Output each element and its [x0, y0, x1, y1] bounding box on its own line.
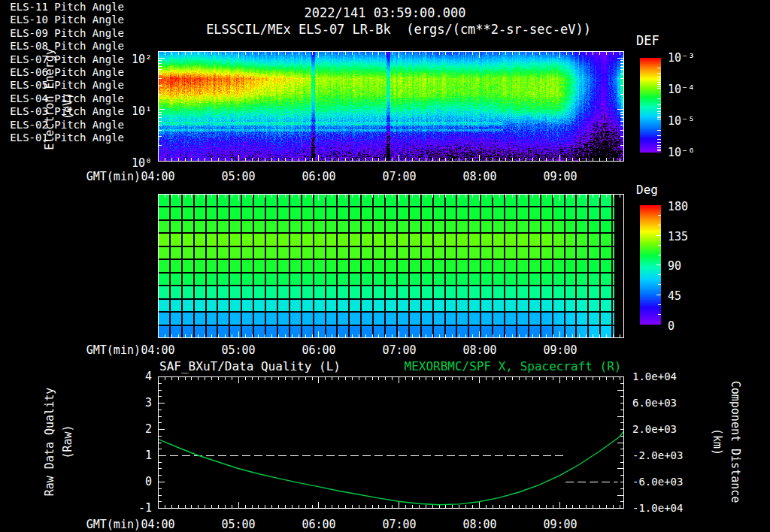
time-tick-label: 09:00 — [543, 343, 578, 357]
gmt-axis-label-middle: GMT(min) — [68, 343, 141, 357]
time-tick-label: 07:00 — [382, 518, 417, 531]
def-colorbar-ticks: 10⁻³10⁻⁴10⁻⁵10⁻⁶ — [668, 42, 720, 168]
time-tick-label: 06:00 — [302, 518, 336, 531]
energy-axis-unit: (eV) — [61, 92, 74, 119]
right-axis-tick: 2.0e+03 — [632, 416, 700, 442]
raw-quality-axis-unit: (Raw) — [61, 425, 74, 458]
deg-colorbar-ticks: 18013590450 — [668, 192, 713, 341]
right-axis-ticks: 1.0e+046.0e+032.0e+03-2.0e+03-6.0e+03-1.… — [632, 363, 700, 521]
line-title-right: MEXORBMC/SPF X, Spacecraft (R) — [397, 359, 629, 373]
deg-colorbar-tick: 0 — [668, 311, 713, 341]
time-axis-top: 04:0005:0006:0007:0008:0009:00 — [141, 170, 578, 183]
left-axis-tick: 4 — [90, 363, 152, 389]
component-distance-axis-unit: (km) — [711, 428, 724, 455]
right-axis-tick: -1.0e+04 — [632, 494, 700, 521]
right-axis-tick: 1.0e+04 — [632, 363, 700, 389]
time-tick-label: 07:00 — [382, 343, 417, 357]
def-colorbar — [640, 58, 661, 153]
left-axis-tick: 0 — [90, 468, 152, 494]
def-colorbar-title: DEF — [636, 33, 659, 48]
energy-axis-tick: 10¹ — [90, 85, 152, 137]
gmt-axis-label-top: GMT(min) — [68, 170, 141, 183]
time-tick-label: 07:00 — [382, 170, 417, 183]
time-tick-label: 05:00 — [221, 518, 256, 531]
time-tick-label: 09:00 — [543, 518, 578, 531]
gmt-axis-label-bottom: GMT(min) — [68, 518, 141, 531]
time-axis-bottom: 04:0005:0006:0007:0008:0009:00 — [141, 518, 578, 531]
left-axis-ticks: 43210-1 — [90, 363, 152, 521]
deg-colorbar-tick: 90 — [668, 252, 713, 282]
component-distance-axis-label: Component Distance — [729, 381, 742, 503]
plot-title: ELSSCIL/MEx ELS-07 LR-Bk (ergs/(cm**2-sr… — [135, 22, 662, 37]
def-colorbar-tick: 10⁻⁴ — [668, 74, 720, 105]
deg-colorbar-tick: 45 — [668, 281, 713, 311]
title-datetime: 2022/141 03:59:00.000 — [0, 5, 770, 20]
energy-axis-ticks: 10²10¹10⁰ — [90, 33, 152, 189]
def-colorbar-tick: 10⁻⁵ — [668, 105, 720, 137]
right-axis-tick: -6.0e+03 — [632, 468, 700, 494]
quality-distance-line-chart — [158, 376, 624, 509]
left-axis-tick: 1 — [90, 442, 152, 468]
right-axis-tick: 6.0e+03 — [632, 389, 700, 416]
time-tick-label: 06:00 — [302, 170, 336, 183]
deg-colorbar — [640, 205, 661, 325]
time-tick-label: 04:00 — [141, 170, 175, 183]
def-colorbar-tick: 10⁻³ — [668, 42, 720, 74]
left-axis-tick: -1 — [90, 494, 152, 521]
time-axis-middle: 04:0005:0006:0007:0008:0009:00 — [141, 343, 578, 357]
time-tick-label: 04:00 — [141, 518, 175, 531]
def-colorbar-tick: 10⁻⁶ — [668, 137, 720, 168]
electron-energy-spectrogram — [158, 51, 624, 162]
deg-colorbar-tick: 180 — [668, 192, 713, 222]
time-tick-label: 05:00 — [221, 170, 256, 183]
energy-axis-tick: 10² — [90, 33, 152, 85]
time-tick-label: 09:00 — [543, 170, 578, 183]
pitch-angle-heatmap — [158, 194, 624, 338]
raw-quality-axis-label: Raw Data Quality — [43, 388, 56, 497]
time-tick-label: 04:00 — [141, 343, 175, 357]
deg-colorbar-tick: 135 — [668, 222, 713, 252]
time-tick-label: 05:00 — [221, 343, 256, 357]
right-axis-tick: -2.0e+03 — [632, 442, 700, 468]
energy-axis-label: Electron Energy — [43, 48, 56, 150]
time-tick-label: 06:00 — [302, 343, 336, 357]
line-title-left: SAF_BXuT/Data Quality (L) — [158, 359, 342, 373]
time-tick-label: 08:00 — [462, 343, 497, 357]
left-axis-tick: 2 — [90, 416, 152, 442]
deg-colorbar-title: Deg — [636, 183, 658, 197]
time-tick-label: 08:00 — [462, 170, 497, 183]
plot-page: 2022/141 03:59:00.000 ELSSCIL/MEx ELS-07… — [0, 0, 770, 532]
time-tick-label: 08:00 — [462, 518, 497, 531]
left-axis-tick: 3 — [90, 389, 152, 416]
